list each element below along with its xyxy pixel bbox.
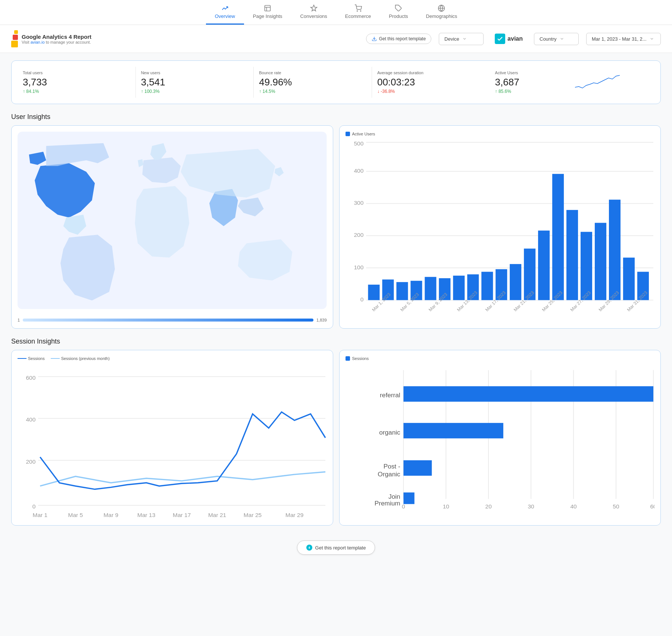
header: Google Analytics 4 Report Visit avian.io… <box>0 25 672 53</box>
svg-text:Mar 1: Mar 1 <box>33 512 48 518</box>
active-users-bar-svg: 0 100 200 300 400 500 <box>346 139 655 313</box>
map-legend-bar <box>23 319 313 322</box>
svg-text:Premium: Premium <box>374 499 400 507</box>
svg-text:60: 60 <box>650 503 654 510</box>
map-legend-max: 1,839 <box>316 318 327 322</box>
get-template-top-label: Get this report template <box>379 36 426 41</box>
new-users-label: New users <box>141 71 244 75</box>
bounce-rate-change: ↑ 14.5% <box>259 89 362 94</box>
active-users-label: Active Users <box>495 71 569 75</box>
svg-text:40: 40 <box>570 503 577 510</box>
sessions-line-icon <box>18 357 26 360</box>
total-users-value: 3,733 <box>23 76 126 88</box>
avian-link[interactable]: avian.io <box>31 40 45 44</box>
active-users-chart-panel: Active Users 0 100 200 300 400 500 <box>339 125 661 329</box>
svg-rect-35 <box>538 231 550 300</box>
header-title: Google Analytics 4 Report Visit avian.io… <box>22 34 91 44</box>
svg-text:200: 200 <box>354 232 363 238</box>
sessions-legend: Sessions Sessions (previous month) <box>18 356 327 361</box>
svg-text:10: 10 <box>443 503 449 510</box>
get-template-top-button[interactable]: Get this report template <box>366 34 431 44</box>
bottom-template-area: Get this report template <box>0 533 672 562</box>
navigation: Overview Page Insights Conversions Ecomm… <box>0 0 672 25</box>
bounce-rate-value: 49.96% <box>259 76 362 88</box>
svg-text:Post -: Post - <box>383 463 400 470</box>
user-insights-grid: 1 1,839 Active Users 0 100 200 300 400 5… <box>11 125 661 329</box>
svg-text:Mar 25: Mar 25 <box>244 512 262 518</box>
svg-rect-94 <box>403 492 414 504</box>
svg-text:500: 500 <box>354 140 363 147</box>
tab-demographics-label: Demographics <box>426 13 457 19</box>
svg-rect-91 <box>403 460 432 476</box>
svg-text:100: 100 <box>354 264 363 270</box>
metric-avg-session: Average session duration 00:03:23 ↓ -36.… <box>372 67 485 98</box>
chevron-down-icon <box>462 37 467 41</box>
device-filter[interactable]: Device <box>439 33 484 45</box>
chevron-down-date-icon <box>650 37 654 41</box>
sessions-prev-line-icon <box>51 357 60 360</box>
country-label: Country <box>540 36 557 42</box>
products-icon <box>395 4 402 12</box>
get-template-bottom-button[interactable]: Get this report template <box>297 541 375 555</box>
total-users-label: Total users <box>23 71 126 75</box>
active-users-sparkline <box>575 72 649 92</box>
ga-logo: Google Analytics 4 Report Visit avian.io… <box>11 30 91 47</box>
svg-text:Mar 21: Mar 21 <box>208 512 226 518</box>
svg-text:Mar 29: Mar 29 <box>285 512 303 518</box>
device-label: Device <box>444 36 459 42</box>
svg-text:Mar 9: Mar 9 <box>103 512 118 518</box>
svg-text:30: 30 <box>528 503 534 510</box>
demographics-icon <box>438 4 445 12</box>
sessions-line-svg: 0 200 400 600 Mar 1 Mar 5 Mar 9 Mar 13 M… <box>18 364 327 518</box>
chevron-down-country-icon <box>560 37 564 41</box>
svg-rect-27 <box>425 277 436 300</box>
conversions-icon <box>310 4 318 12</box>
avian-label: avian <box>507 35 523 42</box>
svg-text:600: 600 <box>26 375 35 381</box>
bounce-rate-label: Bounce rate <box>259 71 362 75</box>
total-users-change: ↑ 84.1% <box>23 89 126 94</box>
tab-page-insights-label: Page Insights <box>253 13 282 19</box>
svg-rect-29 <box>453 276 465 300</box>
tab-overview-label: Overview <box>215 13 235 19</box>
new-users-change: ↑ 100.3% <box>141 89 244 94</box>
tab-ecommerce[interactable]: Ecommerce <box>336 0 380 25</box>
svg-text:Organic: Organic <box>378 470 400 478</box>
avian-logo-mark <box>495 34 505 44</box>
active-users-legend-dot <box>346 132 350 136</box>
svg-rect-33 <box>510 264 521 300</box>
sparkline-svg <box>575 72 620 91</box>
metric-new-users: New users 3,541 ↑ 100.3% <box>135 67 249 98</box>
country-filter[interactable]: Country <box>534 33 579 45</box>
svg-rect-38 <box>581 232 592 300</box>
tab-page-insights[interactable]: Page Insights <box>244 0 291 25</box>
date-range-filter[interactable]: Mar 1, 2023 - Mar 31, 2... <box>586 33 661 45</box>
ecommerce-icon <box>354 4 362 12</box>
svg-marker-3 <box>310 5 317 11</box>
svg-text:200: 200 <box>26 458 35 464</box>
sessions-line-panel: Sessions Sessions (previous month) 0 200… <box>11 350 333 526</box>
svg-text:400: 400 <box>26 416 35 423</box>
tab-conversions-label: Conversions <box>300 13 327 19</box>
user-insights-title: User Insights <box>11 113 661 121</box>
svg-text:0: 0 <box>360 296 363 303</box>
active-users-value: 3,687 <box>495 76 569 88</box>
sessions-bar-dot <box>346 356 350 361</box>
sessions-bar-legend: Sessions <box>346 356 655 361</box>
svg-rect-39 <box>594 223 606 300</box>
avian-logo: avian <box>491 34 526 44</box>
svg-rect-37 <box>566 210 578 300</box>
svg-point-5 <box>360 11 361 12</box>
metric-total-users: Total users 3,733 ↑ 84.1% <box>18 67 131 98</box>
svg-rect-25 <box>396 282 408 300</box>
avg-session-change: ↓ -36.8% <box>377 89 480 94</box>
tab-conversions[interactable]: Conversions <box>291 0 336 25</box>
tab-overview[interactable]: Overview <box>206 0 244 25</box>
svg-rect-23 <box>368 285 379 300</box>
tab-products[interactable]: Products <box>380 0 417 25</box>
report-title: Google Analytics 4 Report <box>22 34 91 40</box>
tab-ecommerce-label: Ecommerce <box>345 13 371 19</box>
tab-products-label: Products <box>389 13 408 19</box>
active-users-change: ↑ 85.6% <box>495 89 569 94</box>
tab-demographics[interactable]: Demographics <box>417 0 466 25</box>
